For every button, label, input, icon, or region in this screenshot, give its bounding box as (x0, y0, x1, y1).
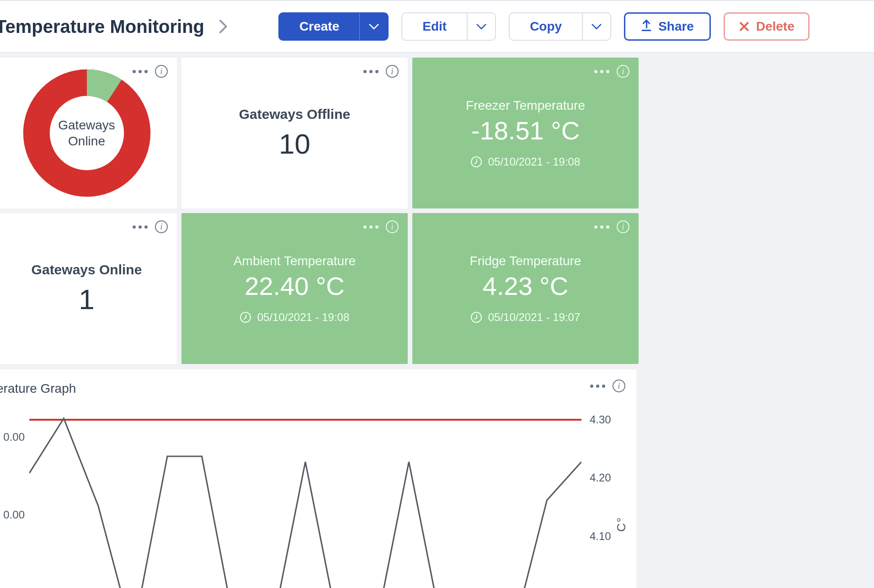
more-icon[interactable] (594, 225, 609, 229)
chevron-down-icon (368, 19, 379, 30)
kpi-title: Gateways Online (32, 262, 142, 278)
kpi-title: Fridge Temperature (470, 254, 581, 268)
graph-svg (29, 407, 581, 588)
grid-filler (643, 213, 874, 364)
copy-button-group: Copy (509, 12, 611, 41)
card-freezer-temp: i Freezer Temperature -18.51 °C 05/10/20… (412, 58, 639, 208)
info-icon[interactable]: i (613, 380, 625, 392)
create-button-group: Create (278, 12, 389, 41)
y-axis-left: 0.00 0.00 0.00 (0, 407, 29, 588)
kpi-title: Ambient Temperature (234, 254, 356, 268)
cards-grid: i Gateways Online i Gateways Offline 10 … (0, 53, 874, 364)
kpi-title: Freezer Temperature (466, 98, 585, 113)
info-icon[interactable]: i (155, 220, 168, 233)
y-left-tick: 0.00 (0, 431, 25, 444)
data-line (29, 418, 581, 588)
graph-panel: i erature Graph 0.00 0.00 0.00 4.30 4.20… (0, 369, 636, 588)
kpi-timestamp: 05/10/2021 - 19:08 (471, 155, 581, 168)
top-toolbar: Temperature Monitoring Create Edit Copy … (0, 0, 874, 53)
y-left-tick: 0.00 (0, 508, 25, 521)
edit-button-group: Edit (401, 12, 496, 41)
info-icon[interactable]: i (386, 65, 399, 78)
clock-icon (471, 312, 482, 323)
graph-title: erature Graph (0, 376, 627, 407)
card-fridge-temp: i Fridge Temperature 4.23 °C 05/10/2021 … (412, 213, 639, 364)
timestamp-text: 05/10/2021 - 19:08 (257, 311, 350, 324)
grid-filler (643, 58, 874, 208)
share-label: Share (658, 19, 694, 34)
breadcrumb: Temperature Monitoring (0, 16, 225, 37)
upload-icon (641, 21, 652, 32)
y-axis-right: 4.30 4.20 4.10 4.00 C° (581, 407, 627, 588)
card-ambient-temp: i Ambient Temperature 22.40 °C 05/10/202… (181, 213, 408, 364)
more-icon[interactable] (363, 70, 378, 73)
delete-label: Delete (756, 19, 794, 34)
info-icon[interactable]: i (617, 220, 629, 233)
info-icon[interactable]: i (386, 220, 399, 233)
y-right-tick: 4.30 (590, 413, 627, 426)
share-button[interactable]: Share (624, 12, 711, 41)
donut-label-line1: Gateways (58, 118, 115, 132)
edit-button[interactable]: Edit (402, 13, 467, 40)
kpi-value: 10 (279, 128, 310, 160)
close-icon (739, 21, 750, 32)
clock-icon (471, 156, 482, 167)
kpi-value: 22.40 °C (245, 271, 345, 301)
chevron-down-icon (476, 19, 487, 30)
kpi-timestamp: 05/10/2021 - 19:07 (471, 311, 581, 324)
card-gateways-online: i Gateways Online 1 (0, 213, 177, 364)
timestamp-text: 05/10/2021 - 19:08 (488, 155, 581, 168)
more-icon[interactable] (594, 70, 609, 73)
kpi-timestamp: 05/10/2021 - 19:08 (240, 311, 350, 324)
copy-dropdown[interactable] (582, 13, 610, 40)
chevron-down-icon (592, 19, 602, 30)
info-icon[interactable]: i (155, 65, 168, 78)
info-icon[interactable]: i (617, 65, 629, 78)
create-dropdown[interactable] (359, 13, 388, 40)
card-gateways-donut: i Gateways Online (0, 58, 177, 208)
y-left-tick: 0.00 (0, 586, 25, 588)
kpi-value: 1 (79, 283, 94, 315)
more-icon[interactable] (590, 385, 605, 388)
more-icon[interactable] (363, 225, 378, 229)
donut-label-line2: Online (68, 134, 105, 148)
y-right-unit: C° (614, 517, 629, 532)
delete-button[interactable]: Delete (724, 12, 810, 41)
graph-plot[interactable] (29, 407, 581, 588)
card-gateways-offline: i Gateways Offline 10 (181, 58, 408, 208)
graph-body: 0.00 0.00 0.00 4.30 4.20 4.10 4.00 C° (0, 407, 627, 588)
more-icon[interactable] (133, 70, 148, 73)
timestamp-text: 05/10/2021 - 19:07 (488, 311, 581, 324)
copy-button[interactable]: Copy (510, 13, 582, 40)
kpi-value: 4.23 °C (483, 271, 568, 301)
y-right-tick: 4.20 (590, 471, 627, 484)
more-icon[interactable] (133, 225, 148, 229)
kpi-value: -18.51 °C (471, 116, 580, 145)
kpi-title: Gateways Offline (239, 107, 350, 122)
edit-dropdown[interactable] (467, 13, 495, 40)
page-title: Temperature Monitoring (0, 16, 204, 37)
create-button[interactable]: Create (279, 13, 359, 40)
donut-label: Gateways Online (58, 117, 115, 149)
chevron-right-icon[interactable] (213, 19, 228, 33)
clock-icon (240, 312, 251, 323)
